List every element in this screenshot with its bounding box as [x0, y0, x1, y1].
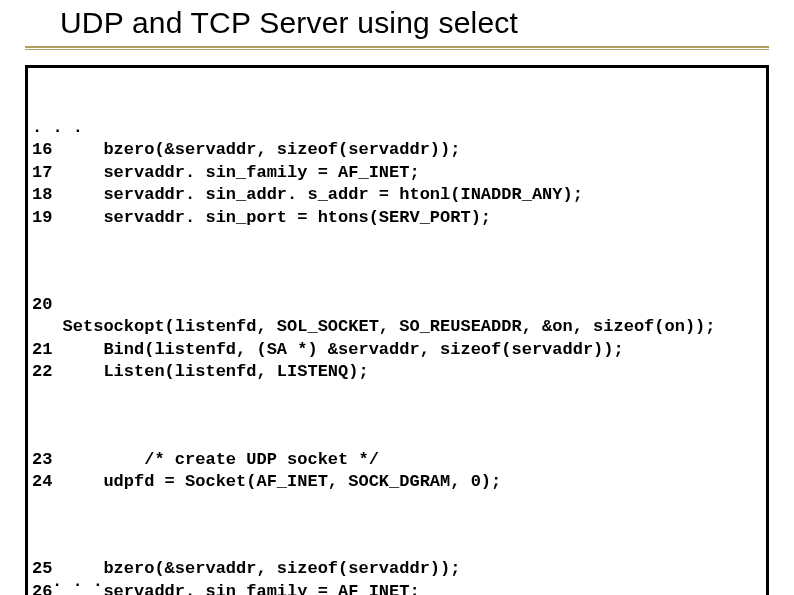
code-block-2: 20 Setsockopt(listenfd, SOL_SOCKET, SO_R…: [32, 294, 766, 384]
code-block-3: 23 /* create UDP socket */ 24 udpfd = So…: [32, 449, 766, 494]
slide-title-container: UDP and TCP Server using select: [0, 0, 794, 40]
slide-title: UDP and TCP Server using select: [60, 6, 794, 40]
trailing-ellipsis: . . .: [52, 572, 103, 591]
title-underline: [25, 46, 769, 51]
code-listing: . . . 16 bzero(&servaddr, sizeof(servadd…: [28, 72, 766, 595]
code-block-4: 25 bzero(&servaddr, sizeof(servaddr)); 2…: [32, 558, 766, 595]
code-block-1: . . . 16 bzero(&servaddr, sizeof(servadd…: [32, 117, 766, 229]
code-listing-box: . . . 16 bzero(&servaddr, sizeof(servadd…: [25, 65, 769, 595]
